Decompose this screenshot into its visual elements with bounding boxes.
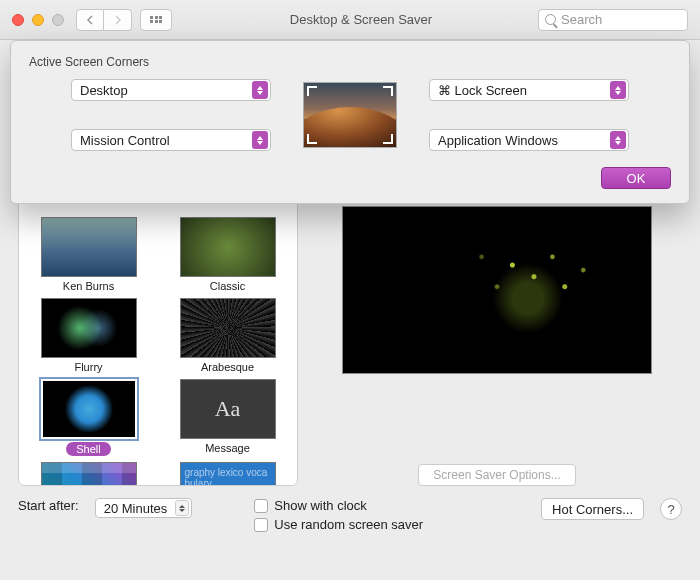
corner-marker-icon: [307, 130, 321, 144]
checkbox-label: Use random screen saver: [274, 517, 423, 532]
corner-bottom-left-popup[interactable]: Mission Control: [71, 129, 271, 151]
ok-button[interactable]: OK: [601, 167, 671, 189]
screensaver-item-flurry[interactable]: Flurry: [29, 298, 148, 373]
stepper-arrows-icon: [252, 131, 268, 149]
screensaver-item-arabesque[interactable]: Arabesque: [168, 298, 287, 373]
screensaver-preview: [342, 206, 652, 374]
hot-corners-button[interactable]: Hot Corners...: [541, 498, 644, 520]
screensaver-item-shell[interactable]: Shell: [29, 379, 148, 456]
close-window-button[interactable]: [12, 14, 24, 26]
corner-top-right-popup[interactable]: ⌘ Lock Screen: [429, 79, 629, 101]
popup-value: Mission Control: [80, 133, 170, 148]
search-placeholder: Search: [561, 12, 602, 27]
start-after-value: 20 Minutes: [104, 501, 168, 516]
window-controls: [12, 14, 64, 26]
thumbnail: [180, 298, 276, 358]
screensaver-item-classic[interactable]: Classic: [168, 217, 287, 292]
screensaver-label: Message: [205, 442, 250, 454]
question-icon: ?: [667, 502, 674, 517]
thumbnail: [41, 462, 137, 486]
show-all-button[interactable]: [140, 9, 172, 31]
stepper-arrows-icon: [610, 131, 626, 149]
checkbox-icon: [254, 518, 268, 532]
bottom-controls: Start after: 20 Minutes Show with clock …: [18, 498, 682, 532]
thumbnail: Aa: [180, 379, 276, 439]
start-after-popup[interactable]: 20 Minutes: [95, 498, 193, 518]
stepper-arrows-icon: [252, 81, 268, 99]
chevron-left-icon: [86, 15, 94, 25]
search-input[interactable]: Search: [538, 9, 688, 31]
hot-corners-sheet: Active Screen Corners Desktop Mission Co…: [10, 40, 690, 204]
corner-marker-icon: [379, 86, 393, 100]
thumbnail: [41, 217, 137, 277]
screensaver-label: Ken Burns: [63, 280, 114, 292]
corner-marker-icon: [379, 130, 393, 144]
start-after-label: Start after:: [18, 498, 79, 513]
minimize-window-button[interactable]: [32, 14, 44, 26]
screensaver-item-message[interactable]: Aa Message: [168, 379, 287, 456]
grid-icon: [150, 16, 162, 24]
screensaver-item-itunes-artwork[interactable]: iTunes Artwork: [29, 462, 148, 486]
corner-top-left-popup[interactable]: Desktop: [71, 79, 271, 101]
show-with-clock-checkbox[interactable]: Show with clock: [254, 498, 423, 513]
zoom-window-button[interactable]: [52, 14, 64, 26]
search-icon: [545, 14, 556, 25]
sheet-heading: Active Screen Corners: [29, 55, 671, 69]
thumbnail: [41, 379, 137, 439]
chevron-right-icon: [114, 15, 122, 25]
checkbox-icon: [254, 499, 268, 513]
random-screensaver-checkbox[interactable]: Use random screen saver: [254, 517, 423, 532]
back-button[interactable]: [76, 9, 104, 31]
thumbnail: [180, 217, 276, 277]
forward-button[interactable]: [104, 9, 132, 31]
window-titlebar: Desktop & Screen Saver Search: [0, 0, 700, 40]
screensaver-options-button[interactable]: Screen Saver Options...: [418, 464, 575, 486]
screensaver-label: Arabesque: [201, 361, 254, 373]
thumbnail: graphy lexico voca bulary: [180, 462, 276, 486]
popup-value: Desktop: [80, 83, 128, 98]
screensaver-item-ken-burns[interactable]: Ken Burns: [29, 217, 148, 292]
corner-marker-icon: [307, 86, 321, 100]
stepper-arrows-icon: [175, 500, 189, 516]
corner-bottom-right-popup[interactable]: Application Windows: [429, 129, 629, 151]
screensaver-label-selected: Shell: [66, 442, 110, 456]
popup-value: Application Windows: [438, 133, 558, 148]
help-button[interactable]: ?: [660, 498, 682, 520]
window-title: Desktop & Screen Saver: [184, 12, 538, 27]
popup-value: ⌘ Lock Screen: [438, 83, 527, 98]
checkbox-label: Show with clock: [274, 498, 366, 513]
screensaver-item-word-of-the-day[interactable]: graphy lexico voca bulary Word of the Da…: [168, 462, 287, 486]
screensaver-label: Classic: [210, 280, 245, 292]
stepper-arrows-icon: [610, 81, 626, 99]
screensaver-label: Flurry: [74, 361, 102, 373]
corner-preview-monitor: [303, 82, 397, 148]
thumbnail: [41, 298, 137, 358]
